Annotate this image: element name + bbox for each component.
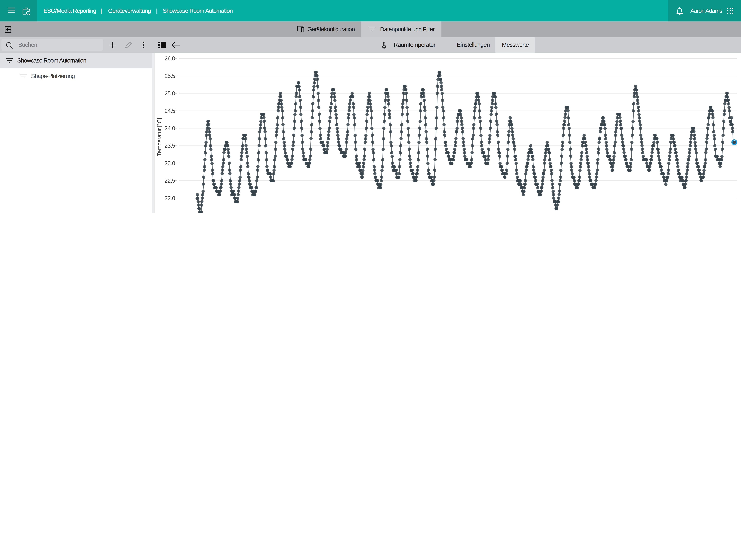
svg-text:25.5: 25.5 — [164, 73, 175, 79]
svg-text:26.0: 26.0 — [164, 55, 175, 62]
svg-text:22.5: 22.5 — [164, 178, 175, 184]
svg-text:24.0: 24.0 — [164, 125, 175, 131]
svg-text:23.5: 23.5 — [164, 143, 175, 149]
svg-text:21.5: 21.5 — [164, 212, 175, 213]
svg-text:22.0: 22.0 — [164, 195, 175, 201]
svg-text:Temperatur [°C]: Temperatur [°C] — [156, 118, 162, 156]
svg-text:23.0: 23.0 — [164, 160, 175, 166]
svg-text:25.0: 25.0 — [164, 90, 175, 96]
svg-text:24.5: 24.5 — [164, 108, 175, 114]
